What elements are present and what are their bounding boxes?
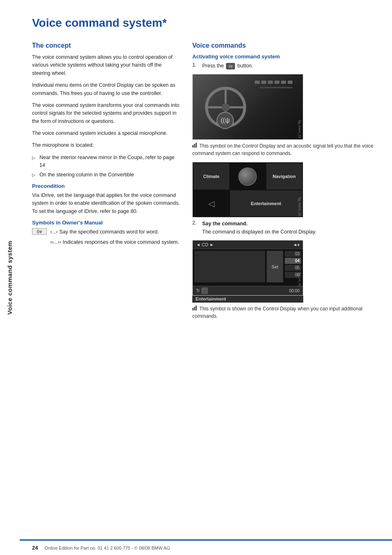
step-1: 1. Press the button. [192, 62, 376, 70]
left-column: The concept The voice command system all… [32, 42, 180, 325]
image-label-2: fig_menu_01 [298, 197, 302, 216]
image-label-3: fig_cd_01 [298, 273, 302, 287]
symbol-text-2: ››...‹‹ Indicates responses of the voice… [50, 239, 179, 245]
concept-para-3: The voice command system transforms your… [32, 102, 180, 125]
concept-para-2: Individual menu items on the Control Dis… [32, 81, 180, 97]
track-05: 05 [285, 265, 301, 271]
dashboard-buttons [255, 81, 293, 84]
precondition-title: Precondition [32, 183, 180, 189]
menu-entertainment: Entertainment [230, 190, 302, 217]
precondition-text: Via iDrive, set the language that applie… [32, 192, 180, 215]
step-2-detail: The command is displayed on the Control … [202, 228, 316, 236]
symbol-block-2: ››...‹‹ Indicates responses of the voice… [50, 238, 180, 246]
step-1-content: Press the button. [202, 62, 253, 70]
cd-header: ◄ CD ► ◄♦ [193, 240, 303, 249]
menu-back-arrow: ◁ [194, 190, 229, 217]
page-number: 24 [32, 545, 38, 551]
list-item: Near the interior rearview mirror in the… [32, 154, 180, 170]
track-04: 04 [285, 258, 301, 264]
cd-footer: Tr 00:00 [193, 286, 303, 295]
content-columns: The concept The voice command system all… [32, 42, 376, 325]
screenshot-menu: Climate Navigation ◁ Entertainment fig_m… [192, 162, 303, 217]
entertainment-label: Entertainment [192, 295, 303, 303]
list-item: On the steering column in the Convertibl… [32, 171, 180, 179]
caption-1: This symbol on the Control Display and a… [192, 142, 376, 157]
concept-para-1: The voice command system allows you to c… [32, 53, 180, 77]
caption-2: This symbol is shown on the Control Disp… [192, 305, 376, 320]
right-column: Voice commands Activating voice command … [192, 42, 376, 325]
step-1-number: 1. [192, 62, 199, 68]
sidebar: Voice command system [0, 0, 20, 555]
cd-content: Set 03 04 05 06 [193, 249, 303, 284]
screenshot-cd: ◄ CD ► ◄♦ Set 03 04 05 0 [192, 240, 303, 296]
main-content: Voice command system* The concept The vo… [20, 0, 392, 341]
microphone-label: The microphone is located: [32, 141, 180, 149]
symbols-title: Symbols in Owner's Manual [32, 220, 180, 226]
page-title: Voice command system* [32, 16, 376, 30]
microphone-locations: Near the interior rearview mirror in the… [32, 154, 180, 179]
voice-commands-title: Voice commands [192, 42, 376, 49]
concept-para-4: The voice command system includes a spec… [32, 130, 180, 137]
cd-display-area [194, 251, 265, 282]
screenshot-steering: ((ψ fig_voice_01 [192, 74, 303, 140]
menu-center-knob [230, 163, 266, 190]
step-2-number: 2. [192, 220, 199, 226]
symbol-text-1: ›...‹ Say the specified commands word fo… [50, 228, 159, 236]
page-footer: 24 Online Edition for Part no. 01 41 2 6… [20, 539, 392, 555]
activating-title: Activating voice command system [192, 53, 376, 60]
track-03: 03 [285, 251, 301, 257]
voice-button-icon [226, 63, 235, 69]
cd-set-button[interactable]: Set [267, 251, 283, 282]
menu-climate: Climate [194, 163, 229, 190]
sidebar-label: Voice command system [7, 240, 14, 314]
menu-navigation: Navigation [266, 163, 302, 190]
image-label-1: fig_voice_01 [298, 120, 302, 139]
concept-title: The concept [32, 42, 180, 49]
symbol-icon-1: ((ψ [32, 228, 47, 235]
copyright-text: Online Edition for Part no. 01 41 2 600 … [44, 546, 170, 550]
symbol-block-1: ((ψ ›...‹ Say the specified commands wor… [32, 228, 180, 236]
step-2-content: Say the command. The command is displaye… [202, 220, 316, 236]
step-2: 2. Say the command. The command is displ… [192, 220, 376, 236]
step-2-label: Say the command. [202, 220, 316, 228]
